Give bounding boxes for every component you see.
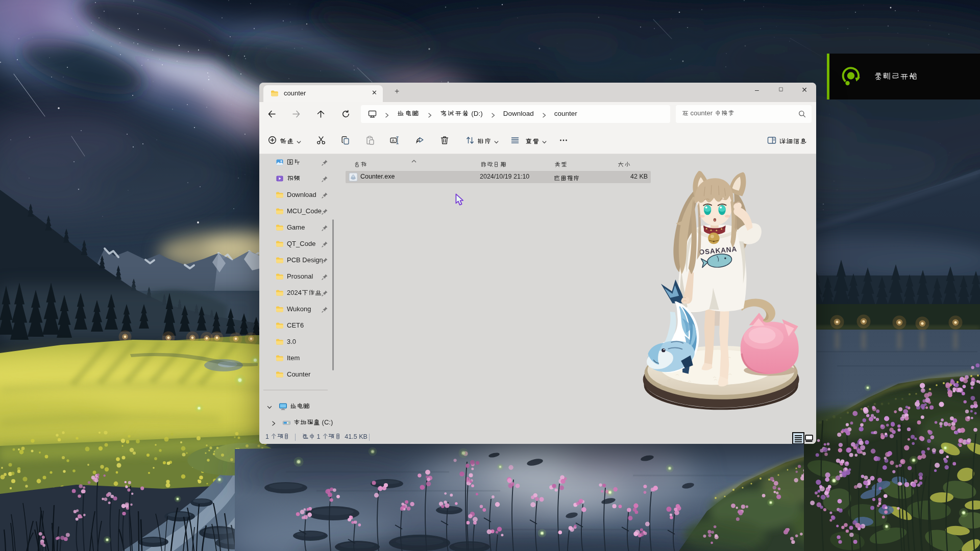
svg-text:A: A (391, 138, 395, 143)
